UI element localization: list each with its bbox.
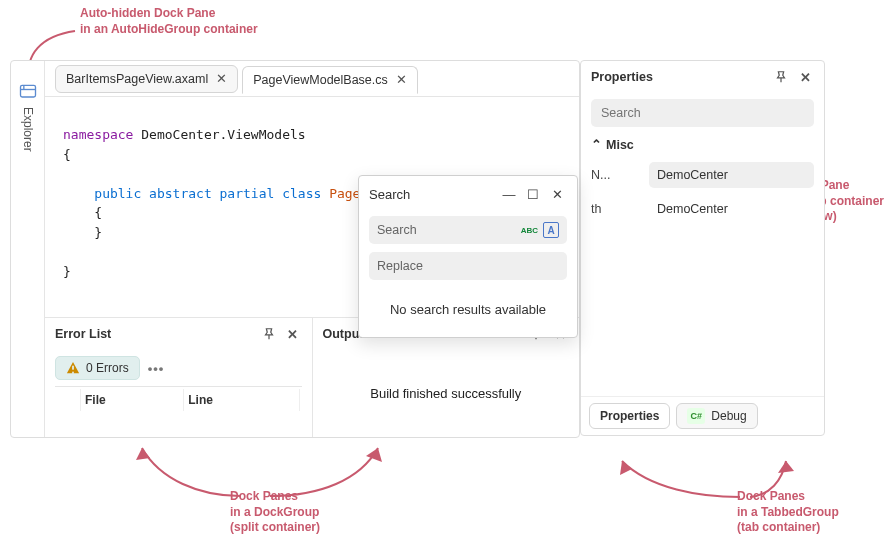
close-icon[interactable]: ✕ [284,325,302,343]
properties-tabstrip: Properties C# Debug [581,396,824,435]
error-table: File Line [55,386,302,413]
search-empty-state: No search results available [369,288,567,323]
search-input[interactable]: Search ABC A [369,216,567,244]
error-list-header: Error List ✕ [45,318,312,350]
annotation-autohide: Auto-hidden Dock Pane in an AutoHideGrou… [80,6,258,37]
autohide-strip: Explorer [11,61,45,437]
pin-icon[interactable] [260,325,278,343]
replace-input[interactable]: Replace [369,252,567,280]
replace-placeholder: Replace [377,259,423,273]
search-floating-window[interactable]: Search — ☐ ✕ Search ABC A Replace No sea… [358,175,578,338]
tab-pageviewmodelbase[interactable]: PageViewModelBase.cs ✕ [242,66,418,94]
tab-properties[interactable]: Properties [589,403,670,429]
group-label: Misc [606,138,634,152]
property-value[interactable]: DemoCenter [649,196,814,222]
pin-icon[interactable] [772,68,790,86]
close-icon[interactable]: ✕ [796,68,814,86]
minimize-icon[interactable]: — [499,184,519,204]
property-value[interactable]: DemoCenter [649,162,814,188]
arrow-tabbedgroup [610,455,810,505]
autohide-tab-explorer[interactable]: Explorer [21,107,35,152]
errors-count-pill[interactable]: 0 Errors [55,356,140,380]
properties-header: Properties ✕ [581,61,824,93]
tab-debug[interactable]: C# Debug [676,403,757,429]
annotation-dockgroup: Dock Panes in a DockGroup (split contain… [230,489,320,536]
property-row: th DemoCenter [591,192,814,226]
property-row: N... DemoCenter [591,158,814,192]
output-body: Build finished successfully [313,350,580,437]
namespace-name: DemoCenter.ViewModels [141,127,305,142]
search-body: Search ABC A Replace No search results a… [359,212,577,337]
warning-icon [66,361,80,375]
property-label: N... [591,168,639,182]
errors-count-label: 0 Errors [86,361,129,375]
annotation-tabbedgroup: Dock Panes in a TabbedGroup (tab contain… [737,489,839,536]
error-list-pane: Error List ✕ 0 Errors ••• File Line [45,318,312,437]
property-group-misc[interactable]: ⌃ Misc [591,137,814,152]
chevron-down-icon: ⌃ [591,137,602,152]
tab-label: Properties [600,409,659,423]
keyword-namespace: namespace [63,127,133,142]
document-tabs: BarItemsPageView.axaml ✕ PageViewModelBa… [45,61,579,97]
svg-marker-5 [778,461,794,473]
explorer-icon[interactable] [17,81,39,103]
pane-title: Error List [55,327,111,341]
keyword-modifiers: public abstract partial class [94,186,321,201]
properties-panel: Properties ✕ ⌃ Misc N... DemoCenter th D… [580,60,825,436]
whole-word-icon[interactable]: A [543,222,559,238]
close-icon[interactable]: ✕ [396,72,407,87]
error-col-blank [57,389,81,411]
more-icon[interactable]: ••• [148,361,165,376]
property-label: th [591,202,639,216]
tab-label: Debug [711,409,746,423]
properties-body: ⌃ Misc N... DemoCenter th DemoCenter [581,93,824,236]
match-case-icon[interactable]: ABC [520,226,539,235]
tab-label: PageViewModelBase.cs [253,73,388,87]
maximize-icon[interactable]: ☐ [523,184,543,204]
properties-search-input[interactable] [591,99,814,127]
svg-marker-2 [136,448,150,460]
svg-marker-3 [366,448,382,462]
close-icon[interactable]: ✕ [547,184,567,204]
search-placeholder: Search [377,223,417,237]
pane-title: Properties [591,70,653,84]
tab-label: BarItemsPageView.axaml [66,72,208,86]
close-icon[interactable]: ✕ [216,71,227,86]
svg-rect-6 [20,85,35,97]
svg-marker-4 [620,461,632,475]
search-titlebar[interactable]: Search — ☐ ✕ [359,176,577,212]
arrow-dockgroup [130,440,390,500]
error-col-file[interactable]: File [83,389,184,411]
error-col-line[interactable]: Line [186,389,299,411]
tab-baritemspageview[interactable]: BarItemsPageView.axaml ✕ [55,65,238,93]
csharp-icon: C# [687,408,705,424]
window-title: Search [369,187,410,202]
